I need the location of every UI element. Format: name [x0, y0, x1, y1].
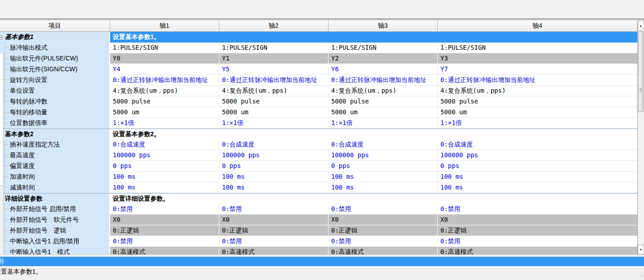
param-value-cell-axis1[interactable]: 1:×1倍: [110, 118, 219, 129]
param-value-cell-axis4[interactable]: 0 pps: [438, 161, 638, 172]
param-value-cell-axis1[interactable]: 5000 um: [110, 107, 219, 118]
param-value-cell-axis2[interactable]: 0:禁用: [219, 236, 328, 247]
tree-item-label[interactable]: 最高速度: [0, 150, 110, 161]
param-value-cell-axis4[interactable]: 5000 um: [438, 107, 638, 118]
tree-group-label[interactable]: 基本参数2: [0, 129, 110, 139]
tree-item-label[interactable]: 外部开始信号 逻辑: [0, 225, 110, 236]
param-value-cell-axis3[interactable]: 4:复合系统(um，pps): [328, 86, 438, 96]
param-value-cell-axis3[interactable]: 1:PULSE/SIGN: [328, 43, 438, 53]
param-value-cell-axis1[interactable]: Y4: [110, 64, 219, 75]
tree-item-label[interactable]: 单位设置: [0, 86, 110, 96]
tree-item-label[interactable]: 输出软元件(PULSE/CW): [0, 53, 110, 64]
param-value-cell-axis4[interactable]: 1:×1倍: [438, 118, 638, 129]
param-value-cell-axis2[interactable]: 100 ms: [219, 172, 328, 182]
param-value-cell-axis1[interactable]: 0:合成速度: [110, 139, 219, 150]
param-value-cell-axis4[interactable]: 100 ms: [438, 172, 638, 182]
tree-item-label[interactable]: 外部开始信号 启用/禁用: [0, 204, 110, 215]
tree-item-label[interactable]: 外部开始信号 软元件号: [0, 215, 110, 225]
param-value-cell-axis1[interactable]: 0:禁用: [110, 236, 219, 247]
param-value-cell-axis3[interactable]: 1:×1倍: [328, 118, 438, 129]
tree-item-label[interactable]: 位置数据倍率: [0, 118, 110, 129]
tree-item-label[interactable]: 中断输入信号1 模式: [0, 247, 110, 254]
param-value-cell-axis3[interactable]: 5000 pulse: [328, 96, 438, 107]
param-value-cell-axis2[interactable]: 0:禁用: [219, 204, 328, 215]
param-value-cell-axis3[interactable]: 0:高速模式: [328, 247, 438, 254]
tree-item-label[interactable]: 减速时间: [0, 182, 110, 193]
description-panel-titlebar[interactable]: 说明: [0, 257, 644, 266]
param-value-cell-axis4[interactable]: 0:通过正转脉冲输出增加当前地址: [438, 75, 638, 86]
param-value-cell-axis4[interactable]: 1:PULSE/SIGN: [438, 43, 638, 53]
param-value-cell-axis4[interactable]: 0:禁用: [438, 204, 638, 215]
tree-item-label[interactable]: 输出软元件(SIGN/CCW): [0, 64, 110, 75]
scroll-up-button[interactable]: ▲: [638, 21, 644, 30]
param-value-cell-axis1[interactable]: 0:高速模式: [110, 247, 219, 254]
param-value-cell-axis1[interactable]: 0 pps: [110, 161, 219, 172]
param-value-cell-axis2[interactable]: 5000 um: [219, 107, 328, 118]
tree-item-label[interactable]: 加速时间: [0, 172, 110, 182]
param-value-cell-axis3[interactable]: 0:正逻辑: [328, 225, 438, 236]
param-value-cell-axis2[interactable]: 0:通过正转脉冲输出增加当前地址: [219, 75, 328, 86]
param-value-cell-axis2[interactable]: 0:高速模式: [219, 247, 328, 254]
param-value-cell-axis1[interactable]: 0:正逻辑: [110, 225, 219, 236]
param-value-cell-axis2[interactable]: 0:正逻辑: [219, 225, 328, 236]
param-value-cell-axis3[interactable]: X0: [328, 215, 438, 225]
tree-item-label[interactable]: 每转的脉冲数: [0, 96, 110, 107]
param-value-cell-axis2[interactable]: 1:PULSE/SIGN: [219, 43, 328, 53]
param-value-cell-axis3[interactable]: 0:通过正转脉冲输出增加当前地址: [328, 75, 438, 86]
tree-item-label[interactable]: 脉冲输出模式: [0, 43, 110, 53]
param-value-cell-axis4[interactable]: 100 ms: [438, 182, 638, 193]
param-value-cell-axis2[interactable]: Y1: [219, 53, 328, 64]
scrollbar-thumb[interactable]: [638, 31, 644, 112]
param-value-cell-axis4[interactable]: Y7: [438, 64, 638, 75]
param-value-cell-axis3[interactable]: 0 pps: [328, 161, 438, 172]
param-value-cell-axis4[interactable]: 0:禁用: [438, 236, 638, 247]
param-value-cell-axis2[interactable]: Y5: [219, 64, 328, 75]
param-value-cell-axis2[interactable]: 100000 pps: [219, 150, 328, 161]
param-value-cell-axis1[interactable]: 100 ms: [110, 172, 219, 182]
tree-item-label[interactable]: 旋转方向设置: [0, 75, 110, 86]
param-value-cell-axis4[interactable]: 100000 pps: [438, 150, 638, 161]
param-value-cell-axis3[interactable]: 100 ms: [328, 182, 438, 193]
param-value-cell-axis4[interactable]: 0:高速模式: [438, 247, 638, 254]
param-value-cell-axis1[interactable]: 1:PULSE/SIGN: [110, 43, 219, 53]
param-value-cell-axis3[interactable]: 100 ms: [328, 172, 438, 182]
tree-item-label[interactable]: 偏置速度: [0, 161, 110, 172]
param-value-cell-axis3[interactable]: 100000 pps: [328, 150, 438, 161]
tree-item-label[interactable]: 中断输入信号1 启用/禁用: [0, 236, 110, 247]
param-value-cell-axis3[interactable]: 0:合成速度: [328, 139, 438, 150]
param-value-cell-axis4[interactable]: 4:复合系统(um，pps): [438, 86, 638, 96]
tree-group-label[interactable]: 基本参数1: [0, 32, 110, 43]
tree-item-label[interactable]: 插补速度指定方法: [0, 139, 110, 150]
param-value-cell-axis3[interactable]: 0:禁用: [328, 204, 438, 215]
param-value-cell-axis2[interactable]: X0: [219, 215, 328, 225]
param-value-cell-axis4[interactable]: 0:正逻辑: [438, 225, 638, 236]
param-value-cell-axis1[interactable]: 0:通过正转脉冲输出增加当前地址: [110, 75, 219, 86]
param-value-cell-axis2[interactable]: 0:合成速度: [219, 139, 328, 150]
group-description-cell[interactable]: 设置基本参数1。: [110, 32, 638, 43]
param-value-cell-axis2[interactable]: 4:复合系统(um，pps): [219, 86, 328, 96]
tree-item-label[interactable]: 每转的移动量: [0, 107, 110, 118]
param-value-cell-axis4[interactable]: 5000 pulse: [438, 96, 638, 107]
group-description-cell[interactable]: 设置详细设置参数。: [110, 194, 638, 204]
param-value-cell-axis1[interactable]: 5000 pulse: [110, 96, 219, 107]
param-value-cell-axis1[interactable]: 0:禁用: [110, 204, 219, 215]
param-value-cell-axis3[interactable]: Y6: [328, 64, 438, 75]
group-description-cell[interactable]: 设置基本参数2。: [110, 129, 638, 139]
param-value-cell-axis2[interactable]: 1:×1倍: [219, 118, 328, 129]
param-value-cell-axis1[interactable]: 4:复合系统(um，pps): [110, 86, 219, 96]
param-value-cell-axis1[interactable]: Y0: [110, 53, 219, 64]
param-value-cell-axis4[interactable]: Y3: [438, 53, 638, 64]
param-value-cell-axis2[interactable]: 0 pps: [219, 161, 328, 172]
param-value-cell-axis1[interactable]: 100000 pps: [110, 150, 219, 161]
scroll-down-button[interactable]: ▼: [638, 245, 644, 254]
param-value-cell-axis3[interactable]: 5000 um: [328, 107, 438, 118]
param-value-cell-axis4[interactable]: X0: [438, 215, 638, 225]
param-value-cell-axis3[interactable]: 0:禁用: [328, 236, 438, 247]
vertical-scrollbar[interactable]: ▲ ▼: [638, 21, 644, 254]
tree-collapse-icon[interactable]: [0, 35, 2, 39]
param-value-cell-axis2[interactable]: 100 ms: [219, 182, 328, 193]
param-value-cell-axis2[interactable]: 5000 pulse: [219, 96, 328, 107]
tree-group-label[interactable]: 详细设置参数: [0, 194, 110, 204]
param-value-cell-axis3[interactable]: Y2: [328, 53, 438, 64]
param-value-cell-axis1[interactable]: X0: [110, 215, 219, 225]
